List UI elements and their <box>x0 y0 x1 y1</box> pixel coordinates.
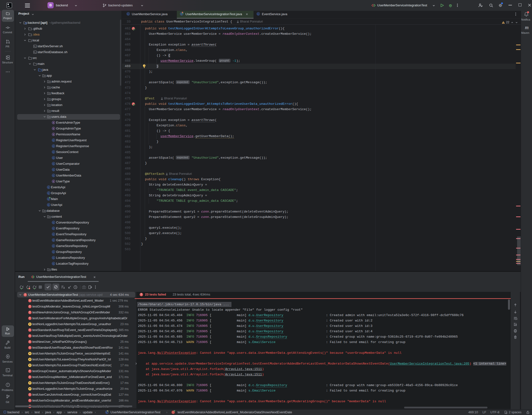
svg-text:!: ! <box>29 288 30 289</box>
